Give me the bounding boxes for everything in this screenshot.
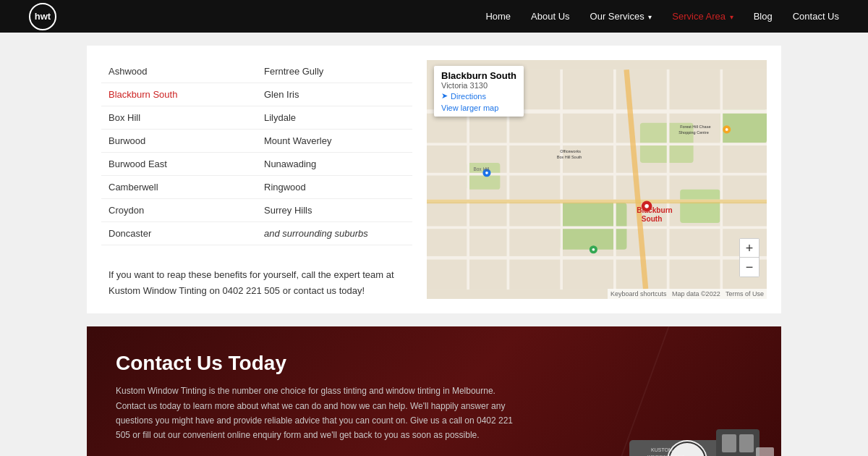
svg-text:South: South: [642, 215, 663, 223]
svg-rect-3: [680, 190, 720, 223]
contact-section-desc: Kustom Window Tinting is the number one …: [116, 384, 521, 443]
left-panel: Ashwood Ferntree Gully Blackburn South G…: [101, 60, 427, 299]
map-panel: Blackburn South Box Hill Forest Hill Cha…: [427, 60, 767, 299]
popup-subtitle: Victoria 3130: [441, 81, 516, 90]
svg-rect-17: [720, 69, 723, 290]
svg-point-25: [485, 172, 488, 174]
map-popup: Blackburn South Victoria 3130 ➤ Directio…: [434, 66, 524, 117]
suburb-burwood-east[interactable]: Burwood East: [101, 153, 257, 176]
services-dropdown-arrow: ▾: [648, 13, 652, 21]
contact-section-title: Contact Us Today: [116, 352, 752, 375]
svg-rect-7: [427, 143, 767, 145]
svg-rect-8: [427, 173, 767, 176]
svg-rect-16: [667, 69, 670, 290]
svg-text:Box Hill: Box Hill: [474, 166, 490, 172]
svg-point-23: [644, 204, 649, 208]
svg-rect-19: [427, 200, 767, 204]
suburb-surrey-hills[interactable]: Surrey Hills: [257, 199, 412, 222]
suburb-glen-iris[interactable]: Glen Iris: [257, 83, 412, 106]
contact-text: If you want to reap these benefits for y…: [101, 260, 412, 299]
zoom-out-button[interactable]: −: [740, 258, 759, 276]
svg-point-29: [592, 248, 595, 251]
nav-blog[interactable]: Blog: [754, 11, 773, 22]
directions-arrow-icon: ➤: [441, 91, 448, 101]
suburb-nunawading[interactable]: Nunawading: [257, 153, 412, 176]
map-footer: Keyboard shortcuts Map data ©2022 Terms …: [608, 289, 767, 299]
svg-rect-10: [427, 227, 767, 229]
svg-point-27: [726, 128, 728, 131]
suburb-croydon[interactable]: Croydon: [101, 199, 257, 222]
main-section: Ashwood Ferntree Gully Blackburn South G…: [87, 46, 781, 313]
svg-text:Shopping Centre: Shopping Centre: [678, 130, 708, 135]
svg-rect-14: [560, 69, 563, 290]
nav-about[interactable]: About Us: [531, 11, 569, 22]
svg-text:Officeworks: Officeworks: [560, 149, 581, 153]
navigation: hwt Home About Us Our Services ▾ Service…: [0, 0, 868, 33]
svg-text:Box Hill South: Box Hill South: [557, 155, 582, 159]
svg-rect-2: [560, 203, 626, 250]
nav-home[interactable]: Home: [485, 11, 511, 22]
suburb-ringwood[interactable]: Ringwood: [257, 176, 412, 199]
suburb-lilydale[interactable]: Lilydale: [257, 106, 412, 130]
svg-rect-54: [756, 447, 774, 456]
suburb-surrounding: and surrounding suburbs: [257, 222, 412, 245]
service-area-dropdown-arrow: ▾: [730, 13, 733, 21]
suburb-grid: Ashwood Ferntree Gully Blackburn South G…: [101, 60, 412, 245]
svg-text:Forest Hill Chase: Forest Hill Chase: [680, 124, 710, 129]
nav-links: Home About Us Our Services ▾ Service Are…: [485, 11, 839, 22]
suburb-box-hill[interactable]: Box Hill: [101, 106, 257, 130]
suburb-ashwood[interactable]: Ashwood: [101, 60, 257, 83]
contact-section: Contact Us Today Kustom Window Tinting i…: [87, 326, 781, 456]
suburb-mount-waverley[interactable]: Mount Waverley: [257, 130, 412, 153]
nav-service-area[interactable]: Service Area ▾: [672, 11, 733, 22]
nav-contact[interactable]: Contact Us: [793, 11, 839, 22]
suburb-doncaster[interactable]: Doncaster: [101, 222, 257, 245]
suburb-camberwell[interactable]: Camberwell: [101, 176, 257, 199]
view-larger-map-link[interactable]: View larger map: [441, 104, 516, 112]
zoom-controls: + −: [739, 238, 760, 277]
popup-directions[interactable]: ➤ Directions: [441, 91, 516, 101]
nav-services[interactable]: Our Services ▾: [590, 11, 652, 22]
zoom-in-button[interactable]: +: [740, 239, 759, 258]
suburb-blackburn-south[interactable]: Blackburn South: [101, 83, 257, 106]
suburb-ferntree-gully[interactable]: Ferntree Gully: [257, 60, 412, 83]
logo[interactable]: hwt: [29, 3, 56, 30]
suburb-burwood[interactable]: Burwood: [101, 130, 257, 153]
svg-rect-15: [613, 69, 616, 290]
map-container[interactable]: Blackburn South Box Hill Forest Hill Cha…: [427, 60, 767, 299]
popup-title: Blackburn South: [441, 70, 516, 81]
contact-left: Contact Us Today Kustom Window Tinting i…: [116, 352, 752, 456]
svg-rect-11: [427, 256, 767, 260]
